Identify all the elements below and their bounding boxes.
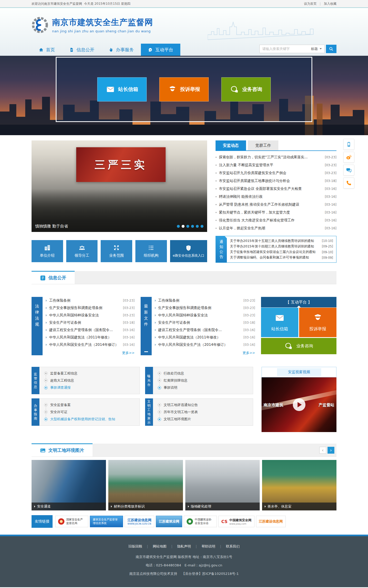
- news-item[interactable]: 聘请法律顾问 助推依法行政[03-16]: [216, 193, 336, 201]
- box-link[interactable]: 超危大工程信息: [44, 378, 135, 383]
- civilized-site-box: 文明工地展示 文明工地评选通知公告 历年市文明工地一览表 文明工地环境图片: [145, 398, 253, 426]
- box-link[interactable]: 事故调查通报: [44, 385, 135, 390]
- doc-item[interactable]: 中华人民共和国安全生产法（2014年修订）[03-16]: [155, 341, 255, 348]
- tab-safety-news[interactable]: 安监动态: [216, 140, 246, 150]
- slider-dot-active[interactable]: [182, 225, 185, 228]
- friend-link-logo[interactable]: 江苏建设信息网: [256, 516, 286, 527]
- box-link[interactable]: 行政处罚信息: [158, 371, 248, 376]
- news-item[interactable]: 市安监站召开紧急会议 全面部署落实安全生产大检查[03-16]: [216, 185, 336, 193]
- gallery-photo[interactable]: 茶水亭、休息室: [262, 460, 336, 510]
- box-link[interactable]: 历年市文明工地一览表: [158, 410, 248, 414]
- notice-item[interactable]: 关于调整项目编码、合同备案和施工许可等事项的通知[09-09]: [230, 255, 333, 260]
- search-input[interactable]: [260, 47, 308, 51]
- box-link[interactable]: 事故说明: [158, 385, 248, 390]
- play-button-icon[interactable]: [293, 398, 305, 411]
- laws-more-link[interactable]: 更多>>: [46, 351, 135, 355]
- law-item[interactable]: 生产安全事故报告和调查处理条例[03-23]: [46, 304, 135, 312]
- doc-item[interactable]: 安全生产许可证条例[03-18]: [155, 319, 255, 326]
- set-home-link[interactable]: 设为首页: [304, 2, 316, 6]
- doc-item[interactable]: 中华人民共和国建筑法（2011年修改）[03-16]: [155, 334, 255, 341]
- law-item[interactable]: 中华人民共和国建筑法（2011年修改）[03-16]: [46, 334, 135, 341]
- slider-dot[interactable]: [186, 225, 189, 228]
- box-link[interactable]: 红黄牌挂牌信息: [158, 378, 248, 383]
- tab-gallery[interactable]: 文明工地环境图片: [32, 443, 93, 457]
- notice-item[interactable]: 关于举办2015年第十五期三类人员继续教育培训班的通知[10-10]: [230, 238, 333, 244]
- box-link[interactable]: 文明工地评选通知公告: [158, 403, 248, 407]
- search-button[interactable]: [326, 45, 336, 53]
- doc-item[interactable]: 生产安全事故报告和调查处理条例[03-23]: [155, 304, 255, 312]
- notice-item[interactable]: 关于举办2015年第十四期三类人员继续教育培训班的通知[09-25]: [230, 244, 333, 249]
- friend-link-logo[interactable]: 国家安全生产监督总局: [55, 516, 88, 527]
- nav-item-info[interactable]: 信息公开: [62, 44, 101, 56]
- nav-item-interact[interactable]: 互动平台: [141, 44, 180, 56]
- business-consult-button[interactable]: 业务咨询: [221, 77, 271, 102]
- news-item[interactable]: 注入新力量 不断提高安监管理水平[03-23]: [216, 161, 336, 169]
- tile-leadership[interactable]: 领导分工: [66, 240, 98, 262]
- footer-link-privacy[interactable]: 隐私声明: [177, 544, 191, 549]
- tile-esafety-entry[interactable]: e路安全信息系统入口: [170, 240, 207, 262]
- news-item[interactable]: 探索创新，群策群力，切实把“三严三实”活动成果落实...[03-23]: [216, 153, 336, 161]
- online-chat-button[interactable]: [343, 165, 354, 176]
- doc-item[interactable]: 中华人民共和国特种设备安全法[03-23]: [155, 312, 255, 319]
- footer-link-old-version[interactable]: 旧版回顾: [129, 544, 142, 549]
- photo-slider[interactable]: 三严三实 慎独慎微 勤于自省: [32, 140, 207, 232]
- friend-link-logo[interactable]: 江苏建设信息网WWW.JSCIN.GOV.CN: [125, 516, 154, 527]
- doc-item[interactable]: 建设工程安全生产管理条例（国务院令...[03-16]: [155, 326, 255, 334]
- slider-dot[interactable]: [177, 225, 180, 228]
- box-link[interactable]: 安全许可证: [44, 410, 135, 414]
- footer-link-sitemap[interactable]: 网站地图: [153, 544, 166, 549]
- tile-business-scope[interactable]: 业务范围: [101, 240, 132, 262]
- news-item[interactable]: 市安监站召开房屋建筑工地事故统计与分析会[03-18]: [216, 177, 336, 185]
- news-item[interactable]: 市安监站召开九月份房屋建筑安全生产例会[03-23]: [216, 169, 336, 177]
- mobile-site-button[interactable]: [343, 139, 354, 150]
- law-item[interactable]: 工伤保险条例[03-23]: [46, 297, 135, 304]
- law-item[interactable]: 中华人民共和国特种设备安全法[03-23]: [46, 312, 135, 319]
- news-item[interactable]: 以月促年，掀起安全生产热潮[03-16]: [216, 224, 336, 232]
- gallery-photo[interactable]: 材料分类堆放并标识: [108, 460, 183, 510]
- video-thumbnail[interactable]: 南京市建筑 产监督站: [262, 377, 336, 432]
- footer-link-contact[interactable]: 联系我们: [226, 544, 239, 549]
- law-item[interactable]: 安全生产许可证条例[03-18]: [46, 319, 135, 326]
- news-item[interactable]: 从严管理 防患未然 推动安全生产工作长效机制建设[03-16]: [216, 201, 336, 209]
- slider-dot[interactable]: [196, 225, 199, 228]
- law-item[interactable]: 建设工程安全生产管理条例（国务院令...[03-16]: [46, 326, 135, 334]
- friend-link-logo[interactable]: CS中国建筑安全网www.jzaq.com: [218, 516, 254, 527]
- friend-link-logo[interactable]: 江苏建筑业网: [156, 516, 182, 527]
- nav-item-services[interactable]: 办事服务: [101, 44, 141, 56]
- complaint-report-button[interactable]: 投诉举报: [159, 77, 209, 102]
- notice-label[interactable]: 通知公告: [216, 236, 227, 262]
- slider-dot[interactable]: [191, 225, 194, 228]
- tile-organization[interactable]: 组织机构: [135, 240, 167, 262]
- news-item[interactable]: 紧扣关键节点，紧抓关键环节，加大监管力度[03-16]: [216, 209, 336, 216]
- webmaster-mailbox-button[interactable]: 站长信箱: [97, 77, 147, 102]
- box-link[interactable]: 监督备案工程信息: [44, 371, 135, 376]
- add-favorite-link[interactable]: 加入收藏: [324, 2, 336, 6]
- complaint-report-tile[interactable]: 投诉举报: [299, 308, 336, 337]
- tab-party-work[interactable]: 党群工作: [248, 140, 278, 150]
- friend-link-logo[interactable]: 建筑安全生产监督管理信息系统: [90, 516, 123, 527]
- gallery-next-button[interactable]: ›: [328, 447, 334, 454]
- business-consult-tile[interactable]: 业务咨询: [261, 338, 336, 354]
- webmaster-mailbox-tile[interactable]: 站长信箱: [261, 308, 298, 337]
- tile-unit-intro[interactable]: 单位介绍: [32, 240, 63, 262]
- box-link[interactable]: 安全监督备案: [44, 403, 135, 407]
- hand-icon: [109, 47, 114, 52]
- box-link[interactable]: 大型机械设备产权和使用的登记注销、告知: [44, 417, 135, 422]
- news-item[interactable]: 强化责任担当 大力推进安全生产标准化管理工作[03-16]: [216, 216, 336, 224]
- docs-more-link[interactable]: 更多>>: [155, 351, 255, 355]
- tab-info-disclosure[interactable]: 信息公开: [32, 271, 75, 284]
- box-link[interactable]: 文明工地环境图片: [158, 417, 248, 422]
- footer-link-help[interactable]: 帮助说明: [202, 544, 215, 549]
- gallery-photo[interactable]: 安全通道: [32, 460, 106, 510]
- friend-link-logo[interactable]: 中国建筑业协会安全分会: [184, 516, 217, 527]
- gallery-prev-button[interactable]: ‹: [319, 447, 326, 454]
- slider-dot[interactable]: [201, 225, 203, 228]
- phone-button[interactable]: [343, 178, 354, 189]
- doc-item[interactable]: 工伤保险条例[03-23]: [155, 297, 255, 304]
- search-category-select[interactable]: 标题: [308, 47, 324, 51]
- law-item[interactable]: 中华人民共和国安全生产法（2014年修订）[03-16]: [46, 341, 135, 348]
- notice-item[interactable]: 关于征集华东地区建筑安全联谊会三届六次会议论文的通知[09-10]: [230, 250, 333, 255]
- gallery-photo[interactable]: 场地硬化处理: [185, 460, 260, 510]
- nav-item-home[interactable]: 首页: [32, 44, 62, 56]
- weibo-button[interactable]: [343, 152, 354, 163]
